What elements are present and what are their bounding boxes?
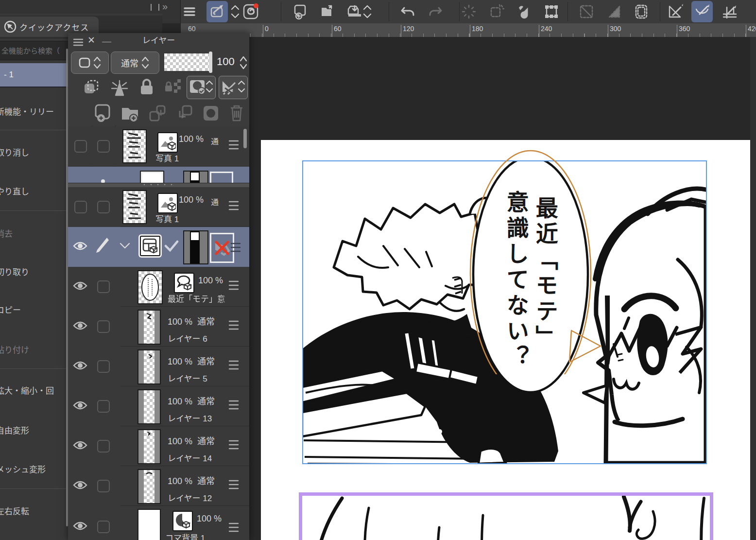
layer-thumbnail[interactable] xyxy=(137,310,161,345)
layer-row-13[interactable]: 100 % 通常 レイヤー 13 xyxy=(68,386,249,426)
layer-thumbnail[interactable] xyxy=(137,349,161,384)
layer-thumbnail[interactable] xyxy=(137,469,161,504)
layer-thumbnail-size-selector[interactable] xyxy=(71,52,109,74)
layer-thumbnail[interactable] xyxy=(141,172,163,183)
transform-button[interactable] xyxy=(541,1,562,22)
layer-thumbnail[interactable] xyxy=(137,389,161,424)
reference-layer-icon[interactable] xyxy=(110,78,129,97)
qa-item-copy[interactable]: コピー xyxy=(0,303,69,315)
layer-thumbnail[interactable] xyxy=(122,190,147,224)
layer-row-14[interactable]: 100 % 通常 レイヤー 14 xyxy=(68,426,249,466)
redo-button[interactable] xyxy=(424,1,446,22)
qa-item-scale-rotate[interactable]: 拡大・縮小・回 xyxy=(0,384,69,396)
eye-icon[interactable] xyxy=(73,521,87,531)
layer-thumbnail[interactable] xyxy=(137,429,161,464)
ruler-disabled-icon[interactable] xyxy=(210,172,233,183)
layer-row-selected-partial[interactable] xyxy=(68,167,249,183)
opacity-slider[interactable] xyxy=(164,53,209,71)
mask-thumbnail[interactable] xyxy=(183,171,208,183)
search-input[interactable] xyxy=(0,41,74,60)
blend-mode-selector[interactable]: 通常 xyxy=(111,52,159,74)
active-tool-button[interactable] xyxy=(206,1,228,22)
layer-row-12[interactable]: 100 % 通常 レイヤー 12 xyxy=(68,466,249,506)
snap-to-ruler-button[interactable] xyxy=(665,1,686,22)
dock-collapse-icon[interactable]: » xyxy=(162,1,168,12)
qa-item-free-transform[interactable]: 自由変形 xyxy=(0,424,69,435)
eye-icon[interactable] xyxy=(73,241,87,251)
layer-menu-icon[interactable] xyxy=(228,359,239,371)
create-mask-icon[interactable] xyxy=(202,104,220,122)
rect-select-button[interactable] xyxy=(631,1,652,22)
edit-checkbox[interactable] xyxy=(97,360,110,373)
layer-menu-icon[interactable] xyxy=(228,439,239,451)
edit-checkbox[interactable] xyxy=(97,400,110,413)
layer-thumbnail[interactable] xyxy=(137,270,163,304)
quick-access-selected-set[interactable]: - 1 xyxy=(0,63,70,87)
edit-checkbox[interactable] xyxy=(97,440,110,453)
layer-row-6[interactable]: 100 % 通常 レイヤー 6 xyxy=(68,307,249,347)
snap-to-special-ruler-button[interactable] xyxy=(691,1,713,22)
undo-button[interactable] xyxy=(397,1,419,22)
qa-item-new-features[interactable]: 新機能・リリー xyxy=(0,105,69,117)
qa-item-redo[interactable]: やり直し xyxy=(0,185,69,196)
lock-icon[interactable] xyxy=(139,78,155,96)
dock-drag-handle-icon[interactable] xyxy=(151,4,159,11)
polygon-tool-disabled[interactable] xyxy=(603,1,625,22)
qa-item-mesh-transform[interactable]: メッシュ変形 xyxy=(0,463,69,474)
opacity-slider-handle[interactable] xyxy=(209,52,212,73)
qa-item-erase[interactable]: 消去 xyxy=(0,227,69,239)
opacity-stepper[interactable] xyxy=(239,54,248,71)
chevron-down-icon[interactable] xyxy=(120,243,130,249)
minimize-icon[interactable]: ＿ xyxy=(102,33,111,46)
eye-icon[interactable] xyxy=(73,480,87,490)
layer-menu-icon[interactable] xyxy=(230,242,241,253)
panel-frame-2[interactable] xyxy=(299,492,713,540)
reselect-button[interactable] xyxy=(486,1,507,22)
visibility-checkbox[interactable] xyxy=(74,140,87,153)
close-icon[interactable]: ✕ xyxy=(87,33,95,48)
clip-to-layer-below-icon[interactable] xyxy=(83,79,100,96)
layer-row-photo1[interactable]: 100 % 通 写真 1 xyxy=(68,187,249,227)
layer-row-frame-folder-selected[interactable] xyxy=(68,227,249,267)
transfer-to-lower-layer-icon[interactable] xyxy=(148,104,168,122)
fill-button[interactable] xyxy=(513,1,534,22)
eye-icon[interactable] xyxy=(73,320,87,331)
enable-mask-button[interactable] xyxy=(187,76,216,99)
layer-thumbnail[interactable] xyxy=(137,509,161,540)
edit-checkbox[interactable] xyxy=(97,201,110,213)
lock-transparent-pixels-icon[interactable] xyxy=(164,79,182,96)
eye-icon[interactable] xyxy=(73,440,87,451)
layer-row-balloon[interactable]: 100 % 最近「モテ」意 xyxy=(68,267,249,307)
layer-menu-icon[interactable] xyxy=(228,139,239,151)
palette-menu-button[interactable] xyxy=(73,34,84,52)
layer-menu-icon[interactable] xyxy=(228,479,239,490)
delete-layer-icon[interactable] xyxy=(228,103,245,122)
eye-icon[interactable] xyxy=(73,360,87,371)
eye-icon[interactable] xyxy=(73,400,87,411)
balloon-selection-path[interactable] xyxy=(457,141,617,374)
layer-menu-icon[interactable] xyxy=(228,279,239,291)
layer-row-frame-background[interactable]: 100 % コマ背景 1 xyxy=(68,506,249,540)
layer-row-5[interactable]: 100 % 通常 レイヤー 5 xyxy=(68,347,249,386)
open-file-button[interactable] xyxy=(317,1,339,22)
layer-row-photo1-top[interactable]: 100 % 通 写真 1 xyxy=(68,126,249,166)
layer-menu-icon[interactable] xyxy=(228,200,239,211)
ruler-visibility-button[interactable] xyxy=(219,76,248,99)
qa-item-paste[interactable]: 貼り付け xyxy=(0,343,69,355)
layer-menu-icon[interactable] xyxy=(228,522,239,533)
snap-to-grid-button[interactable] xyxy=(719,1,740,22)
new-raster-layer-icon[interactable] xyxy=(94,103,113,122)
line-tool-disabled[interactable] xyxy=(576,1,597,22)
visibility-checkbox[interactable] xyxy=(74,201,87,213)
edit-checkbox[interactable] xyxy=(97,521,110,533)
qa-item-flip-horizontal[interactable]: 左右反転 xyxy=(0,505,69,516)
new-folder-icon[interactable] xyxy=(120,104,142,122)
layer-menu-icon[interactable] xyxy=(228,399,239,411)
clip-studio-logo-button[interactable] xyxy=(240,1,261,22)
edit-checkbox[interactable] xyxy=(97,280,110,293)
mask-thumbnail[interactable] xyxy=(183,230,208,264)
layer-thumbnail[interactable] xyxy=(122,129,147,163)
qa-item-undo[interactable]: 取り消し xyxy=(0,146,69,157)
main-menu-button[interactable] xyxy=(179,1,200,22)
edit-checkbox[interactable] xyxy=(97,140,110,153)
